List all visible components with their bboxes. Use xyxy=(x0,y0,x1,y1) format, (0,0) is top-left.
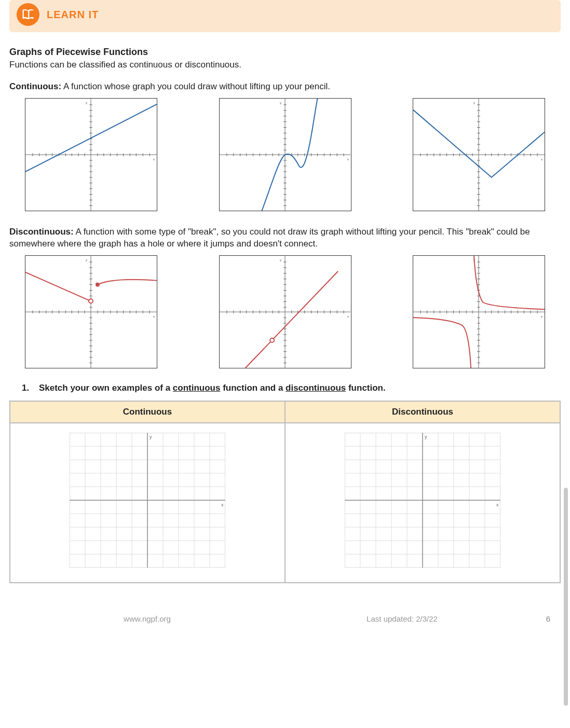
svg-text:x: x xyxy=(153,315,155,318)
svg-text:x: x xyxy=(153,158,155,161)
svg-point-205 xyxy=(270,338,274,342)
page-footer: www.ngpf.org Last updated: 2/3/22 6 xyxy=(9,614,561,623)
question-text: Sketch your own examples of a continuous… xyxy=(39,383,386,393)
svg-text:x: x xyxy=(221,502,224,507)
svg-text:x: x xyxy=(541,315,542,318)
svg-point-162 xyxy=(89,299,93,304)
discontinuous-graphs-row: yx yx yx xyxy=(9,255,561,368)
footer-updated: Last updated: 2/3/22 xyxy=(275,614,530,623)
continuous-label: Continuous: xyxy=(9,81,61,91)
sketch-cell-discontinuous[interactable]: y x xyxy=(285,423,560,583)
intro-text: Functions can be classified as continuou… xyxy=(9,59,561,71)
svg-text:x: x xyxy=(347,158,349,161)
continuous-text: A function whose graph you could draw wi… xyxy=(61,81,330,91)
svg-line-204 xyxy=(245,271,338,368)
continuous-graph-2: yx xyxy=(219,98,351,211)
svg-text:y: y xyxy=(280,258,281,262)
svg-text:x: x xyxy=(541,158,542,161)
svg-text:y: y xyxy=(150,434,152,439)
svg-text:x: x xyxy=(496,502,499,507)
discontinuous-graph-3: yx xyxy=(413,255,545,368)
discontinuous-graph-2: yx xyxy=(219,255,351,368)
sketch-cell-continuous[interactable]: y x xyxy=(10,423,285,583)
svg-line-161 xyxy=(25,272,91,301)
svg-point-163 xyxy=(96,283,100,287)
sketch-table: Continuous Discontinuous y x xyxy=(9,401,561,583)
svg-text:y: y xyxy=(86,258,87,262)
discontinuous-text: A function with some type of "break", so… xyxy=(9,227,530,249)
scrollbar-thumb[interactable] xyxy=(564,488,568,644)
book-icon xyxy=(17,3,39,26)
question-1: 1. Sketch your own examples of a continu… xyxy=(22,383,561,393)
sketch-header-discontinuous: Discontinuous xyxy=(285,401,560,423)
section-title: Graphs of Piecewise Functions xyxy=(9,47,561,58)
page-number: 6 xyxy=(530,614,550,623)
continuous-graph-1: yx xyxy=(25,98,157,211)
svg-text:y: y xyxy=(280,101,281,104)
question-number: 1. xyxy=(22,383,29,393)
continuous-definition: Continuous: A function whose graph you c… xyxy=(9,80,561,93)
svg-text:y: y xyxy=(473,101,475,104)
learn-it-banner: LEARN IT xyxy=(9,0,561,32)
discontinuous-label: Discontinuous: xyxy=(9,227,74,237)
sketch-header-continuous: Continuous xyxy=(10,401,285,423)
svg-text:y: y xyxy=(86,101,87,104)
footer-site: www.ngpf.org xyxy=(20,614,275,623)
continuous-graph-3: yx xyxy=(413,98,545,211)
blank-grid-continuous: y x xyxy=(70,433,225,568)
discontinuous-definition: Discontinuous: A function with some type… xyxy=(9,226,561,251)
discontinuous-graph-1: yx xyxy=(25,255,157,368)
svg-text:y: y xyxy=(425,434,427,439)
banner-title: LEARN IT xyxy=(47,9,99,21)
blank-grid-discontinuous: y x xyxy=(345,433,500,568)
svg-text:x: x xyxy=(347,315,349,318)
continuous-graphs-row: yx yx yx xyxy=(9,98,561,211)
